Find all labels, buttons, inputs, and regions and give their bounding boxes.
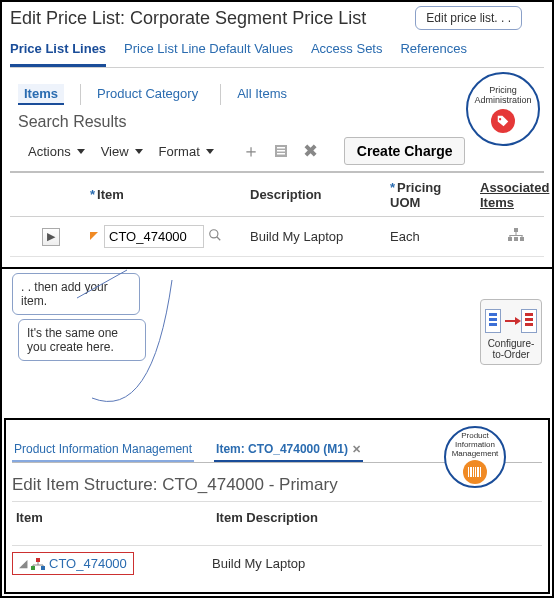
svg-rect-15	[470, 467, 472, 477]
detach-icon[interactable]	[270, 140, 292, 162]
svg-rect-22	[41, 566, 45, 570]
pim-tab-item[interactable]: Item: CTO_474000 (M1) ✕	[214, 438, 363, 462]
price-tag-icon	[491, 109, 515, 133]
pim-badge: Product Information Management	[444, 426, 506, 488]
grid-toolbar: Actions View Format ＋ ✖ Create Charge	[24, 137, 544, 165]
add-icon[interactable]: ＋	[240, 140, 262, 162]
pim-row: ◢ CTO_474000 Build My Laptop	[12, 546, 542, 581]
svg-rect-2	[277, 150, 285, 152]
create-charge-button[interactable]: Create Charge	[344, 137, 466, 165]
callout-add-item: . . then add your item.	[12, 273, 140, 315]
secondary-tab-row: Items Product Category All Items	[18, 84, 544, 105]
pricing-admin-badge-label: Pricing Administration	[468, 85, 538, 105]
close-tab-icon[interactable]: ✕	[352, 443, 361, 456]
col-item[interactable]: *Item	[86, 183, 246, 206]
pim-cell-description: Build My Laptop	[212, 556, 542, 571]
pim-col-description[interactable]: Item Description	[212, 502, 542, 545]
expand-row-icon[interactable]: ▶	[42, 228, 60, 246]
svg-rect-13	[522, 235, 523, 238]
svg-rect-11	[510, 235, 523, 236]
svg-rect-21	[31, 566, 35, 570]
col-associated-items[interactable]: Associated Items	[476, 176, 554, 214]
col-description[interactable]: Description	[246, 183, 386, 206]
sub-tab-product-category[interactable]: Product Category	[80, 84, 204, 105]
tab-references[interactable]: References	[400, 35, 466, 67]
search-results-heading: Search Results	[18, 113, 544, 131]
svg-rect-8	[514, 237, 518, 241]
svg-rect-14	[468, 467, 469, 477]
callout-edit-price-list: Edit price list. . .	[415, 6, 522, 30]
svg-rect-19	[480, 467, 481, 477]
pricing-admin-badge: Pricing Administration	[466, 72, 540, 146]
format-menu[interactable]: Format	[155, 142, 218, 161]
svg-rect-3	[277, 153, 285, 155]
collapse-icon[interactable]: ◢	[19, 557, 27, 570]
barcode-icon	[463, 460, 487, 484]
callout-same-one: It's the same one you create here.	[18, 319, 146, 361]
sub-tab-all-items[interactable]: All Items	[220, 84, 293, 105]
svg-rect-1	[277, 147, 285, 149]
svg-rect-6	[514, 228, 518, 232]
svg-rect-16	[473, 467, 474, 477]
actions-menu[interactable]: Actions	[24, 142, 89, 161]
tab-price-list-line-defaults[interactable]: Price List Line Default Values	[124, 35, 293, 67]
grid-row: ▶ Build My Laptop Each	[10, 217, 544, 257]
associated-items-icon[interactable]	[476, 224, 554, 249]
delete-icon[interactable]: ✖	[300, 140, 322, 162]
svg-line-5	[217, 237, 221, 241]
col-pricing-uom[interactable]: *Pricing UOM	[386, 176, 476, 214]
cell-pricing-uom: Each	[386, 225, 476, 248]
svg-rect-12	[510, 235, 511, 238]
svg-rect-18	[477, 467, 479, 477]
hierarchy-icon	[31, 558, 45, 570]
primary-tab-row: Price List Lines Price List Line Default…	[10, 35, 544, 68]
document-icon	[521, 309, 537, 333]
document-icon	[485, 309, 501, 333]
tab-price-list-lines[interactable]: Price List Lines	[10, 35, 106, 67]
pim-item-link[interactable]: CTO_474000	[49, 556, 127, 571]
pim-tab-pim[interactable]: Product Information Management	[12, 438, 194, 462]
arrow-icon	[505, 320, 517, 322]
svg-point-4	[210, 230, 218, 238]
pim-badge-label: Product Information Management	[446, 431, 504, 458]
svg-rect-20	[36, 558, 40, 562]
required-indicator-icon	[90, 232, 100, 242]
price-list-grid: *Item Description *Pricing UOM Associate…	[10, 171, 544, 257]
item-lookup-icon[interactable]	[208, 228, 222, 245]
pim-col-item[interactable]: Item	[12, 502, 212, 545]
configure-to-order-label: Configure-to-Order	[488, 338, 535, 360]
cell-description: Build My Laptop	[246, 225, 386, 248]
tab-access-sets[interactable]: Access Sets	[311, 35, 383, 67]
item-input[interactable]	[104, 225, 204, 248]
view-menu[interactable]: View	[97, 142, 147, 161]
svg-rect-17	[475, 467, 476, 477]
configure-to-order-badge: Configure-to-Order	[480, 299, 542, 365]
sub-tab-items[interactable]: Items	[18, 84, 64, 105]
